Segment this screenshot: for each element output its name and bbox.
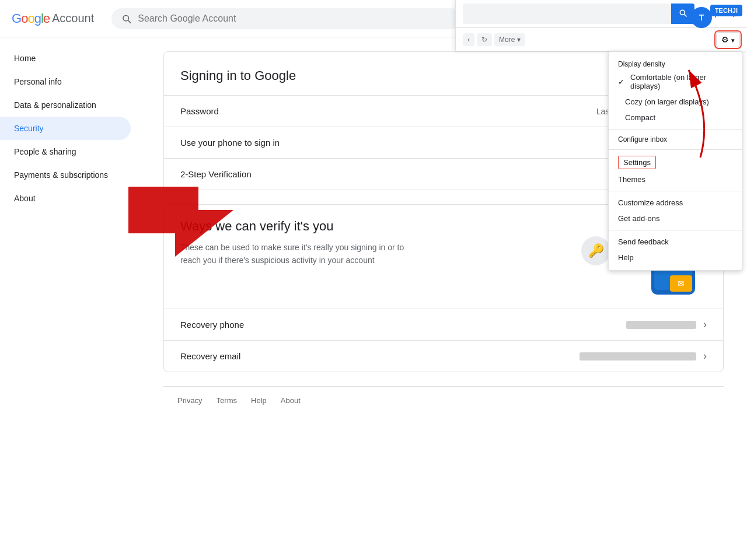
verify-description: These can be used to make sure it's real… — [180, 241, 425, 267]
settings-menu-item[interactable]: Settings — [609, 153, 742, 172]
search-bar[interactable] — [111, 8, 462, 29]
density-compact[interactable]: Compact — [609, 110, 742, 125]
footer-help[interactable]: Help — [251, 396, 267, 405]
key-icon: 🔑 — [581, 236, 610, 265]
recovery-phone-blurred — [626, 321, 696, 329]
sidebar-item-about[interactable]: About — [0, 187, 131, 210]
chevron-left-icon: ‹ — [467, 36, 470, 44]
density-comfortable[interactable]: Comfortable (on larger displays) — [609, 69, 742, 94]
recovery-email-item[interactable]: Recovery email › — [164, 340, 723, 372]
sidebar-item-people-sharing[interactable]: People & sharing — [0, 140, 131, 163]
themes-menu-item[interactable]: Themes — [609, 172, 742, 187]
sidebar-item-data-personalization[interactable]: Data & personalization — [0, 93, 131, 117]
sidebar-item-security[interactable]: Security — [0, 117, 131, 140]
sidebar-item-payments[interactable]: Payments & subscriptions — [0, 163, 131, 187]
nav-more-button[interactable]: More ▾ — [494, 33, 525, 46]
google-account-logo: Google Account — [12, 11, 94, 26]
sidebar-item-personal-info[interactable]: Personal info — [0, 70, 131, 93]
recovery-email-label: Recovery email — [180, 351, 580, 361]
user-avatar[interactable]: T — [691, 7, 712, 28]
gmail-search-container[interactable] — [463, 4, 694, 24]
search-icon — [678, 8, 687, 18]
settings-dropdown: Display density Comfortable (on larger d… — [608, 51, 742, 271]
nav-buttons: ‹ ↻ More ▾ — [463, 33, 525, 46]
sidebar-item-home[interactable]: Home — [0, 47, 131, 70]
customize-address-item[interactable]: Customize address — [609, 195, 742, 211]
page-footer: Privacy Terms Help About — [163, 386, 724, 414]
display-density-title: Display density — [609, 57, 742, 69]
search-icon — [121, 13, 132, 24]
settings-button[interactable]: ⚙ ▾ — [716, 32, 740, 47]
techji-logo: TECHJI — [710, 5, 742, 16]
dropdown-icon: ▾ — [517, 36, 521, 44]
settings-highlighted-label: Settings — [618, 156, 656, 169]
dropdown-arrow: ▾ — [731, 37, 735, 44]
help-item[interactable]: Help — [609, 250, 742, 265]
chevron-right-icon: › — [703, 350, 707, 362]
footer-about[interactable]: About — [281, 396, 301, 405]
gmail-search-input[interactable] — [463, 6, 671, 22]
account-label: Account — [52, 12, 94, 25]
footer-privacy[interactable]: Privacy — [177, 396, 203, 405]
gmail-nav-bar: ‹ ↻ More ▾ ⚙ ▾ — [456, 28, 747, 51]
sidebar: Home Personal info Data & personalizatio… — [0, 37, 140, 560]
configure-inbox-label: Configure inbox — [609, 133, 742, 146]
nav-refresh-button[interactable]: ↻ — [477, 33, 492, 46]
password-label: Password — [180, 106, 596, 116]
recovery-phone-item[interactable]: Recovery phone › — [164, 309, 723, 340]
nav-back-button[interactable]: ‹ — [463, 33, 474, 46]
email-icon: ✉ — [670, 275, 692, 292]
twostep-label: 2-Step Verification — [180, 169, 669, 179]
chevron-right-icon: › — [703, 318, 707, 331]
verify-title: Ways we can verify it's you — [180, 219, 567, 234]
recovery-email-blurred — [580, 352, 696, 360]
recovery-email-value — [580, 352, 696, 360]
search-input[interactable] — [138, 13, 452, 24]
recovery-phone-label: Recovery phone — [180, 320, 626, 330]
get-addons-item[interactable]: Get add-ons — [609, 211, 742, 226]
recovery-phone-value — [626, 321, 696, 329]
footer-terms[interactable]: Terms — [217, 396, 237, 405]
density-cozy[interactable]: Cozy (on larger displays) — [609, 94, 742, 110]
send-feedback-item[interactable]: Send feedback — [609, 234, 742, 250]
phone-signin-label: Use your phone to sign in — [180, 138, 669, 148]
